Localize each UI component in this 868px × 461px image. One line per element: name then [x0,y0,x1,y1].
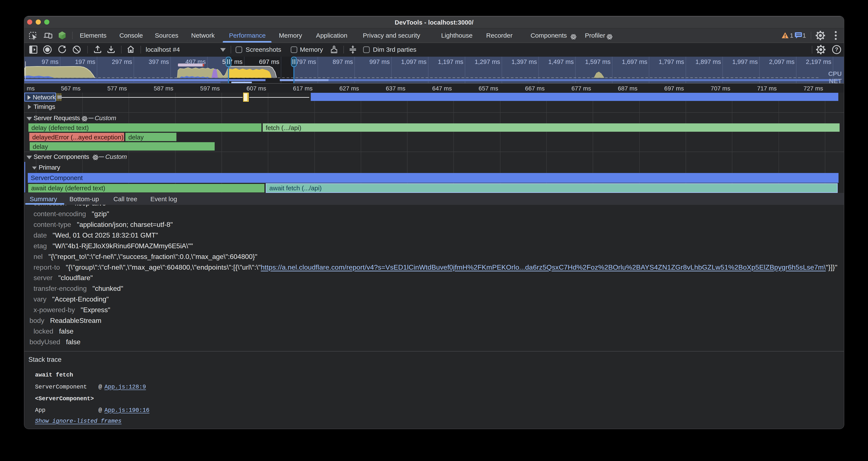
svg-text:1,997 ms: 1,997 ms [732,58,757,65]
svg-text:997 ms: 997 ms [370,58,390,65]
svg-text:1,697 ms: 1,697 ms [622,58,647,65]
svg-text:897 ms: 897 ms [333,58,353,65]
svg-text:2,197 ms: 2,197 ms [806,58,831,65]
svg-text:1,197 ms: 1,197 ms [438,58,463,65]
svg-text:1,497 ms: 1,497 ms [548,58,574,65]
svg-text:1,297 ms: 1,297 ms [474,58,500,65]
svg-text:197 ms: 197 ms [75,58,95,65]
svg-text:1,597 ms: 1,597 ms [585,58,611,65]
svg-text:1,797 ms: 1,797 ms [659,58,684,65]
svg-text:NET: NET [829,78,842,84]
svg-text:CPU: CPU [828,70,842,77]
svg-text:1,897 ms: 1,897 ms [695,58,721,65]
svg-text:797 ms: 797 ms [296,58,316,65]
svg-text:497 ms: 497 ms [185,58,206,65]
svg-text:1,097 ms: 1,097 ms [401,58,427,65]
svg-text:?: ? [835,46,838,53]
svg-text:597 ms: 597 ms [222,58,242,65]
svg-text:2,097 ms: 2,097 ms [769,58,795,65]
svg-text:1,397 ms: 1,397 ms [512,58,537,65]
svg-text:397 ms: 397 ms [149,58,169,65]
svg-text:97 ms: 97 ms [42,58,59,65]
svg-text:297 ms: 297 ms [112,58,132,65]
svg-text:697 ms: 697 ms [259,58,279,65]
